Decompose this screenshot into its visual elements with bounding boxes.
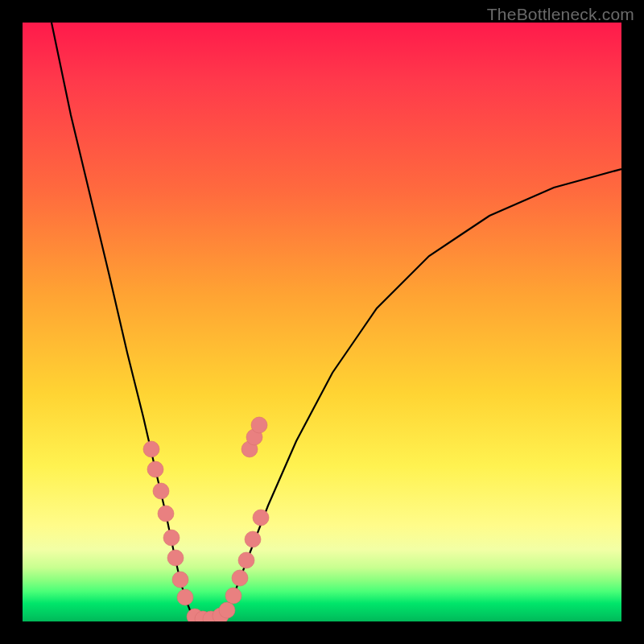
data-point [172,572,188,588]
chart-frame: TheBottleneck.com [0,0,644,644]
data-point [232,570,248,586]
data-point [225,588,242,604]
chart-svg [23,23,621,621]
watermark-text: TheBottleneck.com [487,5,634,24]
curve-right [224,169,621,614]
curve-left [52,23,192,614]
data-point [245,531,261,547]
data-point [167,550,184,566]
plot-area [23,23,621,621]
data-point [163,530,180,546]
data-point [153,483,169,499]
data-point [238,552,254,568]
data-point [219,602,235,618]
data-points [143,417,269,621]
data-point [143,441,159,457]
data-point [177,589,193,605]
data-point [251,417,267,433]
data-point [147,461,163,477]
data-point [158,506,174,522]
data-point [253,510,269,526]
